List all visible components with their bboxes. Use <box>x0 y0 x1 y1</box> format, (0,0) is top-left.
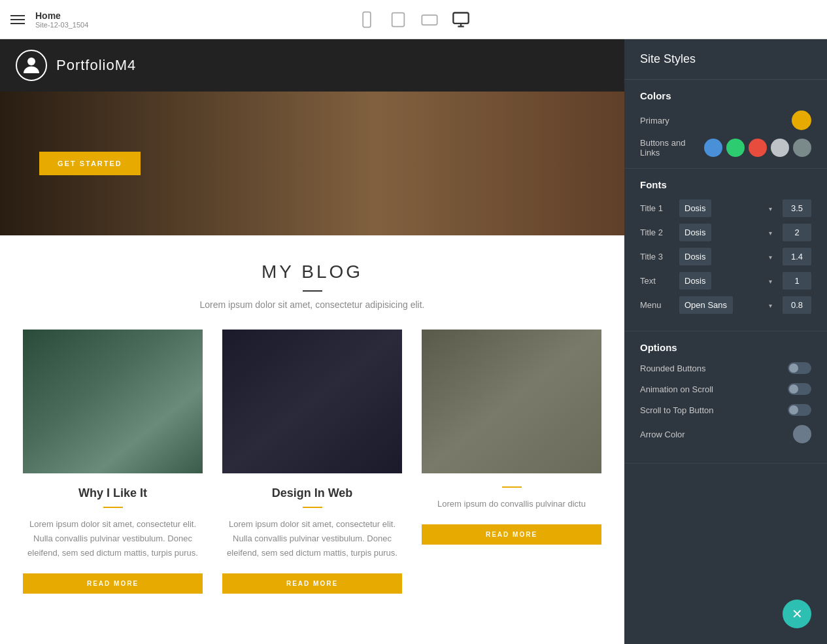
arrow-color-label: Arrow Color <box>640 430 685 439</box>
font-select-wrapper-title1: Dosis <box>679 199 777 217</box>
device-switcher <box>358 10 470 29</box>
font-label-text: Text <box>640 276 674 286</box>
blog-cards: Why I Like It Lorem ipsum dolor sit amet… <box>13 330 611 607</box>
font-size-title3[interactable] <box>783 248 811 265</box>
read-more-button-1[interactable]: READ MORE <box>23 573 203 594</box>
buttons-links-row: Buttons and Links <box>640 138 811 158</box>
rounded-buttons-toggle[interactable] <box>788 362 811 374</box>
primary-label: Primary <box>640 116 669 126</box>
font-select-title3[interactable]: Dosis <box>679 248 711 265</box>
animation-scroll-label: Animation on Scroll <box>640 384 713 394</box>
page-info: Home Site-12-03_1504 <box>35 10 88 29</box>
fonts-section: Fonts Title 1 Dosis Title 2 Dosis <box>624 169 827 331</box>
svg-rect-2 <box>392 12 404 26</box>
svg-rect-4 <box>422 15 437 25</box>
blog-card-2-image <box>222 330 402 473</box>
hero-content: GET STARTED <box>39 152 141 175</box>
blog-card-1-title: Why I Like It <box>23 486 203 500</box>
font-row-title2: Title 2 Dosis <box>640 224 811 241</box>
font-label-title3: Title 3 <box>640 252 674 262</box>
site-title: PortfolioM4 <box>56 57 136 74</box>
font-select-wrapper-text: Dosis <box>679 272 777 290</box>
top-bar: Home Site-12-03_1504 <box>0 0 827 39</box>
arrow-color-swatch[interactable] <box>793 425 811 443</box>
swatch-green[interactable] <box>726 139 745 157</box>
blog-card-2: Design In Web Lorem ipsum dolor sit amet… <box>212 330 412 607</box>
blog-card-1: Why I Like It Lorem ipsum dolor sit amet… <box>13 330 212 607</box>
font-row-menu: Menu Open Sans <box>640 296 811 314</box>
scroll-top-row: Scroll to Top Button <box>640 404 811 416</box>
panel-title: Site Styles <box>624 39 827 80</box>
animation-scroll-row: Animation on Scroll <box>640 383 811 395</box>
blog-card-1-text: Lorem ipsum dolor sit amet, consectetur … <box>23 517 203 560</box>
primary-color-row: Primary <box>640 110 811 130</box>
rounded-buttons-label: Rounded Buttons <box>640 364 705 373</box>
font-size-title2[interactable] <box>783 224 811 241</box>
rounded-buttons-row: Rounded Buttons <box>640 362 811 374</box>
font-label-title2: Title 2 <box>640 228 674 237</box>
blog-card-3-image <box>422 330 601 473</box>
blog-card-3: Lorem ipsum do convallis pulvinar dictu … <box>412 330 611 607</box>
blog-title-divider <box>303 290 322 292</box>
mobile-icon[interactable] <box>358 10 376 29</box>
svg-point-9 <box>27 58 35 65</box>
get-started-button[interactable]: GET STARTED <box>39 152 141 175</box>
site-styles-panel: Site Styles Colors Primary Buttons and L… <box>624 39 827 644</box>
svg-rect-6 <box>453 12 468 23</box>
buttons-links-label: Buttons and Links <box>640 138 704 158</box>
blog-card-2-text: Lorem ipsum dolor sit amet, consectetur … <box>222 517 402 560</box>
animation-scroll-toggle[interactable] <box>788 383 811 395</box>
scroll-top-toggle[interactable] <box>788 404 811 416</box>
font-select-wrapper-title3: Dosis <box>679 248 777 265</box>
swatch-light-gray[interactable] <box>771 139 789 157</box>
font-size-text[interactable] <box>783 272 811 290</box>
font-select-title1[interactable]: Dosis <box>679 199 711 217</box>
swatch-red[interactable] <box>749 139 767 157</box>
blog-card-1-image <box>23 330 203 473</box>
font-size-menu[interactable] <box>783 296 811 314</box>
colors-section: Colors Primary Buttons and Links <box>624 80 827 169</box>
primary-color-swatch[interactable] <box>792 110 811 130</box>
fonts-title: Fonts <box>640 179 811 190</box>
hero-section: GET STARTED <box>0 92 624 235</box>
font-select-wrapper-title2: Dosis <box>679 224 777 241</box>
blog-card-1-divider <box>103 507 123 508</box>
font-label-menu: Menu <box>640 300 674 310</box>
read-more-button-2[interactable]: READ MORE <box>222 573 402 594</box>
scroll-top-label: Scroll to Top Button <box>640 405 714 415</box>
hamburger-menu[interactable] <box>10 15 25 24</box>
font-select-menu[interactable]: Open Sans <box>679 296 733 314</box>
site-header: PortfolioM4 <box>0 39 624 92</box>
main-layout: PortfolioM4 GET STARTED MY BLOG Lorem ip… <box>0 39 827 644</box>
site-name: Site-12-03_1504 <box>35 21 88 29</box>
color-swatches <box>704 139 811 157</box>
font-select-text[interactable]: Dosis <box>679 272 711 290</box>
tablet-icon[interactable] <box>389 10 407 29</box>
svg-rect-0 <box>363 12 371 27</box>
blog-card-2-divider <box>303 507 322 508</box>
floating-close-button[interactable]: ✕ <box>783 600 811 628</box>
blog-card-3-text: Lorem ipsum do convallis pulvinar dictu <box>422 497 601 511</box>
font-select-wrapper-menu: Open Sans <box>679 296 777 314</box>
options-section: Options Rounded Buttons Animation on Scr… <box>624 331 827 464</box>
canvas: PortfolioM4 GET STARTED MY BLOG Lorem ip… <box>0 39 624 644</box>
tablet-landscape-icon[interactable] <box>420 10 439 29</box>
options-title: Options <box>640 342 811 353</box>
swatch-dark-gray[interactable] <box>793 139 811 157</box>
arrow-color-row: Arrow Color <box>640 425 811 443</box>
desktop-icon[interactable] <box>452 10 470 29</box>
swatch-blue[interactable] <box>704 139 722 157</box>
font-label-title1: Title 1 <box>640 203 674 213</box>
font-select-title2[interactable]: Dosis <box>679 224 711 241</box>
blog-section: MY BLOG Lorem ipsum dolor sit amet, cons… <box>0 235 624 633</box>
blog-title: MY BLOG <box>13 262 611 282</box>
blog-card-2-title: Design In Web <box>222 486 402 500</box>
font-size-title1[interactable] <box>783 199 811 217</box>
font-row-title3: Title 3 Dosis <box>640 248 811 265</box>
read-more-button-3[interactable]: READ MORE <box>422 524 601 545</box>
site-logo <box>16 50 47 81</box>
page-name: Home <box>35 10 88 21</box>
blog-card-3-divider <box>502 486 522 488</box>
colors-title: Colors <box>640 90 811 101</box>
font-row-text: Text Dosis <box>640 272 811 290</box>
